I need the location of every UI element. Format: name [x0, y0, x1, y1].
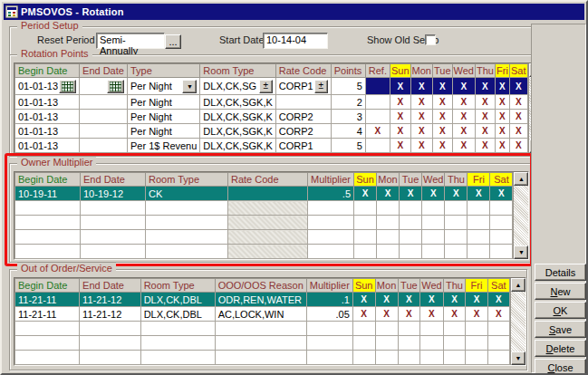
day-cell[interactable]: X	[495, 110, 509, 124]
day-cell[interactable]: X	[410, 95, 432, 110]
calendar-button[interactable]	[107, 80, 124, 93]
ref-cell[interactable]	[365, 139, 390, 153]
rotation-row[interactable]: 01-01-13 Per 1$ Revenu DLX,CK,SGK,K CORP…	[15, 139, 528, 153]
day-cell[interactable]: X	[468, 187, 490, 201]
reset-period-ellipsis-button[interactable]: ...	[165, 34, 181, 49]
day-cell[interactable]: X	[445, 187, 468, 201]
close-button[interactable]: Close	[535, 359, 586, 375]
show-old-setup-checkbox[interactable]	[425, 34, 436, 45]
day-cell[interactable]: X	[487, 293, 510, 307]
rotation-row[interactable]: 01-01-13 Per Night DLX,CK,SGK,K CORP2 3 …	[15, 110, 528, 124]
day-cell[interactable]: X	[509, 124, 527, 139]
day-cell[interactable]: X	[466, 293, 487, 307]
vertical-scrollbar[interactable]: ▲ ▼	[513, 172, 528, 259]
day-cell[interactable]: X	[432, 95, 452, 110]
reset-period-select[interactable]: Semi-Annually	[96, 33, 165, 49]
day-cell[interactable]: X	[452, 95, 475, 110]
day-cell[interactable]: X	[390, 78, 410, 95]
day-cell[interactable]: X	[509, 139, 527, 153]
room-type-input[interactable]: DLX,CK,SG	[203, 81, 257, 91]
day-cell[interactable]: X	[398, 293, 420, 307]
day-cell[interactable]: X	[495, 139, 509, 153]
type-dropdown[interactable]: Per Night▼	[130, 78, 197, 94]
day-cell[interactable]: X	[390, 124, 410, 139]
day-cell[interactable]: X	[420, 293, 443, 307]
scroll-up-icon[interactable]: ▲	[511, 278, 525, 292]
day-cell[interactable]: X	[487, 307, 510, 322]
day-cell[interactable]: X	[410, 110, 432, 124]
begin-date-input[interactable]: 01-01-13	[18, 81, 58, 91]
day-cell[interactable]: X	[495, 95, 509, 110]
rotation-row[interactable]: 01-01-13 Per Night DLX,CK,SGK,K CORP2 4 …	[15, 124, 528, 139]
day-cell[interactable]: X	[390, 139, 410, 153]
day-cell[interactable]: X	[432, 139, 452, 153]
start-date-field[interactable]: 10-14-04	[263, 33, 328, 49]
day-cell[interactable]: X	[420, 307, 443, 322]
day-cell[interactable]: X	[432, 78, 452, 95]
rotation-row[interactable]: 01-01-13 Per Night DLX,CK,SGK,K 2 X X X …	[15, 95, 528, 110]
empty-row[interactable]	[15, 245, 513, 259]
ref-cell[interactable]: X	[365, 124, 390, 139]
ref-cell[interactable]	[365, 110, 390, 124]
rotation-row-selected[interactable]: 01-01-13 Per Night▼ DLX,CK,SG± CORP1± 5 …	[15, 78, 528, 95]
day-cell[interactable]: X	[509, 110, 527, 124]
empty-row[interactable]	[15, 322, 510, 336]
calendar-button[interactable]	[59, 80, 76, 93]
scroll-up-icon[interactable]: ▲	[514, 172, 528, 186]
day-cell[interactable]: X	[410, 78, 432, 95]
empty-row[interactable]	[15, 230, 513, 245]
day-cell[interactable]: X	[422, 187, 445, 201]
day-cell[interactable]: X	[410, 124, 432, 139]
day-cell[interactable]: X	[475, 78, 495, 95]
plus-minus-button[interactable]: ±	[259, 80, 273, 93]
day-cell[interactable]: X	[475, 95, 495, 110]
empty-row[interactable]	[15, 336, 510, 351]
day-cell[interactable]: X	[400, 187, 422, 201]
day-cell[interactable]: X	[466, 307, 487, 322]
scroll-down-icon[interactable]: ▼	[511, 351, 525, 365]
day-cell[interactable]: X	[452, 139, 475, 153]
title-bar[interactable]: PMSOVOS - Rotation	[4, 4, 584, 20]
vertical-scrollbar[interactable]: ▲ ▼	[510, 278, 525, 365]
day-cell[interactable]: X	[452, 78, 475, 95]
save-button[interactable]: Save	[535, 321, 586, 338]
day-cell[interactable]: X	[352, 307, 375, 322]
day-cell[interactable]: X	[432, 110, 452, 124]
day-cell[interactable]: X	[495, 124, 509, 139]
ooo-row[interactable]: 11-21-11 11-21-12 DLX,CK,DBL AC,LOCK,WIN…	[15, 307, 510, 322]
details-button[interactable]: Details	[535, 264, 586, 281]
day-cell[interactable]: X	[495, 78, 509, 95]
chevron-down-icon[interactable]: ▼	[182, 80, 197, 93]
day-cell[interactable]: X	[452, 124, 475, 139]
day-cell[interactable]: X	[398, 307, 420, 322]
day-cell[interactable]: X	[390, 110, 410, 124]
empty-row[interactable]	[15, 201, 513, 216]
delete-button[interactable]: Delete	[535, 340, 586, 357]
day-cell[interactable]: X	[490, 187, 513, 201]
empty-row[interactable]	[15, 216, 513, 230]
scroll-down-icon[interactable]: ▼	[514, 245, 528, 259]
owner-row-selected[interactable]: 10-19-11 10-19-12 CK .5 X X X X X X X	[15, 187, 513, 201]
day-cell[interactable]: X	[509, 78, 527, 95]
new-button[interactable]: New	[535, 283, 586, 300]
day-cell[interactable]: X	[390, 95, 410, 110]
ref-cell[interactable]	[365, 78, 390, 95]
day-cell[interactable]: X	[410, 139, 432, 153]
day-cell[interactable]: X	[377, 187, 400, 201]
plus-minus-button[interactable]: ±	[314, 80, 328, 93]
day-cell[interactable]: X	[432, 124, 452, 139]
day-cell[interactable]: X	[375, 307, 398, 322]
day-cell[interactable]: X	[509, 95, 527, 110]
day-cell[interactable]: X	[352, 293, 375, 307]
day-cell[interactable]: X	[475, 124, 495, 139]
day-cell[interactable]: X	[475, 110, 495, 124]
day-cell[interactable]: X	[452, 110, 475, 124]
ooo-row-selected[interactable]: 11-21-11 11-21-12 DLX,CK,DBL ODR,REN,WAT…	[15, 293, 510, 307]
day-cell[interactable]: X	[443, 293, 466, 307]
day-cell[interactable]: X	[475, 139, 495, 153]
ref-cell[interactable]	[365, 95, 390, 110]
empty-row[interactable]	[15, 351, 510, 365]
day-cell[interactable]: X	[354, 187, 377, 201]
day-cell[interactable]: X	[375, 293, 398, 307]
rate-code-input[interactable]: CORP1	[279, 81, 313, 91]
